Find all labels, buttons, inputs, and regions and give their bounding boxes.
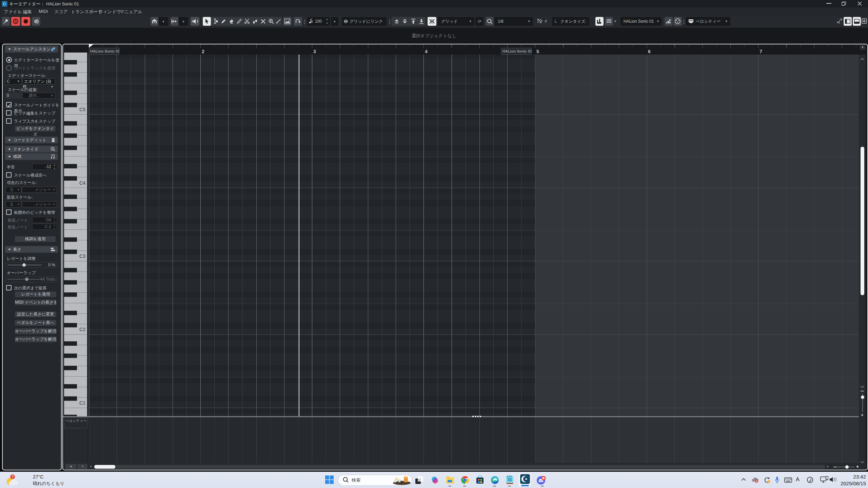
svg-text:C3: C3 bbox=[79, 253, 85, 259]
svg-text:C4: C4 bbox=[79, 180, 85, 186]
svg-text:C2: C2 bbox=[79, 327, 85, 332]
svg-text:C1: C1 bbox=[79, 400, 85, 406]
svg-text:C5: C5 bbox=[79, 107, 85, 112]
svg-text:7: 7 bbox=[12, 475, 14, 479]
svg-text:S: S bbox=[14, 19, 17, 23]
